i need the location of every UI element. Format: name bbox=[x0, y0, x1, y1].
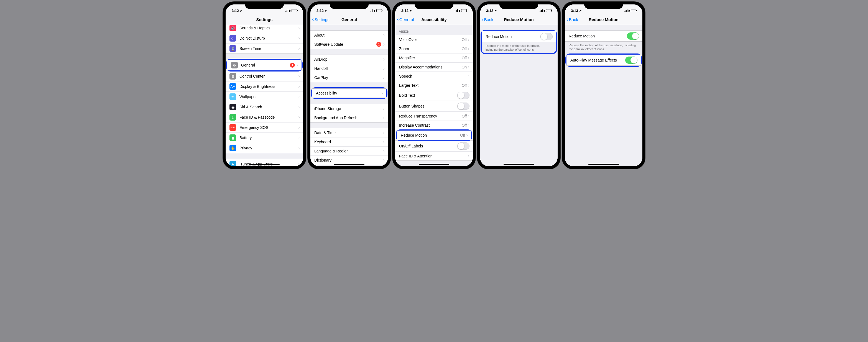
row-reduce-motion[interactable]: Reduce MotionOff› bbox=[397, 131, 471, 140]
row-screen-time[interactable]: ⏳Screen Time› bbox=[225, 43, 303, 54]
section-header-interaction: INTERACTION bbox=[395, 161, 473, 166]
home-indicator[interactable] bbox=[249, 164, 280, 165]
row-label: Button Shapes bbox=[399, 104, 457, 108]
toggle[interactable] bbox=[457, 92, 469, 99]
chevron-right-icon: › bbox=[383, 106, 385, 112]
row-software-update[interactable]: Software Update1› bbox=[310, 40, 388, 49]
row-general[interactable]: ⚙General1› bbox=[227, 60, 302, 70]
row-carplay[interactable]: CarPlay› bbox=[310, 73, 388, 82]
row-label: Do Not Disturb bbox=[240, 36, 298, 40]
row-dictionary[interactable]: Dictionary› bbox=[310, 156, 388, 165]
row-label: Sounds & Haptics bbox=[240, 26, 298, 30]
toggle-reduce-motion[interactable] bbox=[627, 32, 639, 40]
row-label: On/Off Labels bbox=[399, 144, 457, 148]
nav-bar: ‹Settings General bbox=[310, 14, 388, 25]
row-wallpaper[interactable]: ❀Wallpaper› bbox=[225, 92, 303, 102]
row-reduce-motion[interactable]: Reduce Motion bbox=[565, 31, 643, 41]
chevron-right-icon: › bbox=[468, 64, 469, 70]
row-background-app-refresh[interactable]: Background App Refresh› bbox=[310, 113, 388, 122]
row-speech[interactable]: Speech› bbox=[395, 72, 473, 81]
faceid-icon: ☺ bbox=[229, 114, 236, 121]
row-label: CarPlay bbox=[314, 75, 383, 80]
row-zoom[interactable]: ZoomOff› bbox=[395, 44, 473, 54]
row-larger-text[interactable]: Larger TextOff› bbox=[395, 81, 473, 90]
phone-general: 3:12➤ ◗ ‹Settings General About›Software… bbox=[308, 2, 391, 169]
back-button[interactable]: ‹General bbox=[397, 17, 414, 23]
toggle[interactable] bbox=[457, 102, 469, 110]
row-value: Off bbox=[462, 56, 467, 60]
chevron-right-icon: › bbox=[298, 35, 300, 41]
row-label: Auto-Play Message Effects bbox=[570, 58, 625, 62]
back-button[interactable]: ‹Back bbox=[566, 17, 578, 23]
back-button[interactable]: ‹Settings bbox=[312, 17, 330, 23]
row-on-off-labels[interactable]: On/Off Labels bbox=[395, 141, 473, 152]
chevron-right-icon: › bbox=[298, 73, 300, 79]
highlight: Accessibility› bbox=[311, 87, 388, 99]
row-value: Off bbox=[462, 123, 467, 127]
battery-icon: ▮ bbox=[229, 134, 236, 141]
status-time: 3:13 bbox=[571, 8, 578, 13]
row-autoplay-message-effects[interactable]: Auto-Play Message Effects bbox=[566, 55, 641, 65]
status-time: 3:12 bbox=[401, 8, 408, 13]
toggle[interactable] bbox=[457, 143, 469, 150]
status-time: 3:12 bbox=[232, 8, 239, 13]
row-button-shapes[interactable]: Button Shapes bbox=[395, 101, 473, 112]
row-value: Off bbox=[462, 37, 467, 42]
row-label: Siri & Search bbox=[240, 105, 298, 109]
row-display-brightness[interactable]: AADisplay & Brightness› bbox=[225, 82, 303, 92]
chevron-right-icon: › bbox=[298, 125, 300, 130]
row-about[interactable]: About› bbox=[310, 31, 388, 40]
row-accessibility[interactable]: Accessibility› bbox=[312, 89, 386, 98]
row-airdrop[interactable]: AirDrop› bbox=[310, 55, 388, 64]
home-indicator[interactable] bbox=[334, 164, 365, 165]
row-do-not-disturb[interactable]: ☾Do Not Disturb› bbox=[225, 33, 303, 43]
row-battery[interactable]: ▮Battery› bbox=[225, 133, 303, 143]
row-value: Off bbox=[462, 114, 467, 118]
row-face-id-passcode[interactable]: ☺Face ID & Passcode› bbox=[225, 112, 303, 123]
back-button[interactable]: ‹Back bbox=[482, 17, 493, 23]
reduce-motion-content[interactable]: Reduce Motion Reduce the motion of the u… bbox=[565, 25, 643, 166]
toggle-autoplay[interactable] bbox=[625, 57, 638, 64]
row-siri-search[interactable]: ◉Siri & Search› bbox=[225, 102, 303, 112]
battery-icon bbox=[376, 9, 382, 12]
row-keyboard[interactable]: Keyboard› bbox=[310, 137, 388, 147]
row-increase-contrast[interactable]: Increase ContrastOff› bbox=[395, 121, 473, 130]
row-face-id-attention[interactable]: Face ID & Attention› bbox=[395, 152, 473, 160]
toggle-reduce-motion[interactable] bbox=[540, 33, 553, 40]
home-indicator[interactable] bbox=[588, 164, 619, 165]
chevron-left-icon: ‹ bbox=[312, 16, 314, 23]
row-handoff[interactable]: Handoff› bbox=[310, 64, 388, 73]
accessibility-content[interactable]: VISIONVoiceOverOff›ZoomOff›MagnifierOff›… bbox=[395, 25, 473, 166]
row-label: Accessibility bbox=[316, 91, 381, 95]
row-sounds-haptics[interactable]: 🔊Sounds & Haptics› bbox=[225, 23, 303, 33]
row-reduce-motion[interactable]: Reduce Motion bbox=[482, 31, 556, 42]
home-indicator[interactable] bbox=[419, 164, 449, 165]
nav-bar: ‹General Accessibility bbox=[395, 14, 473, 25]
row-voiceover[interactable]: VoiceOverOff› bbox=[395, 35, 473, 44]
home-indicator[interactable] bbox=[503, 164, 534, 165]
row-language-region[interactable]: Language & Region› bbox=[310, 147, 388, 156]
chevron-right-icon: › bbox=[468, 113, 469, 119]
row-value: Off bbox=[460, 133, 465, 137]
row-iphone-storage[interactable]: iPhone Storage› bbox=[310, 104, 388, 113]
location-icon: ➤ bbox=[240, 9, 242, 12]
chevron-right-icon: › bbox=[383, 148, 385, 154]
footer-text: Reduce the motion of the user interface,… bbox=[482, 42, 556, 53]
row-label: General bbox=[241, 63, 290, 67]
row-control-center[interactable]: ⊞Control Center› bbox=[225, 71, 303, 82]
reduce-motion-content[interactable]: Reduce Motion Reduce the motion of the u… bbox=[480, 25, 558, 166]
settings-content[interactable]: 🔊Sounds & Haptics›☾Do Not Disturb›⏳Scree… bbox=[225, 23, 303, 166]
row-date-time[interactable]: Date & Time› bbox=[310, 128, 388, 137]
row-label: About bbox=[314, 33, 383, 37]
row-display-accommodations[interactable]: Display AccommodationsOn› bbox=[395, 63, 473, 72]
chevron-right-icon: › bbox=[468, 46, 469, 52]
chevron-right-icon: › bbox=[383, 66, 385, 71]
row-privacy[interactable]: ✋Privacy› bbox=[225, 143, 303, 153]
row-itunes-app-store[interactable]: AiTunes & App Store› bbox=[225, 159, 303, 166]
row-emergency-sos[interactable]: SOSEmergency SOS› bbox=[225, 123, 303, 133]
row-reduce-transparency[interactable]: Reduce TransparencyOff› bbox=[395, 112, 473, 121]
settings-group: 🔊Sounds & Haptics›☾Do Not Disturb›⏳Scree… bbox=[225, 23, 303, 54]
row-bold-text[interactable]: Bold Text bbox=[395, 90, 473, 101]
general-content[interactable]: About›Software Update1›AirDrop›Handoff›C… bbox=[310, 25, 388, 166]
row-magnifier[interactable]: MagnifierOff› bbox=[395, 54, 473, 63]
